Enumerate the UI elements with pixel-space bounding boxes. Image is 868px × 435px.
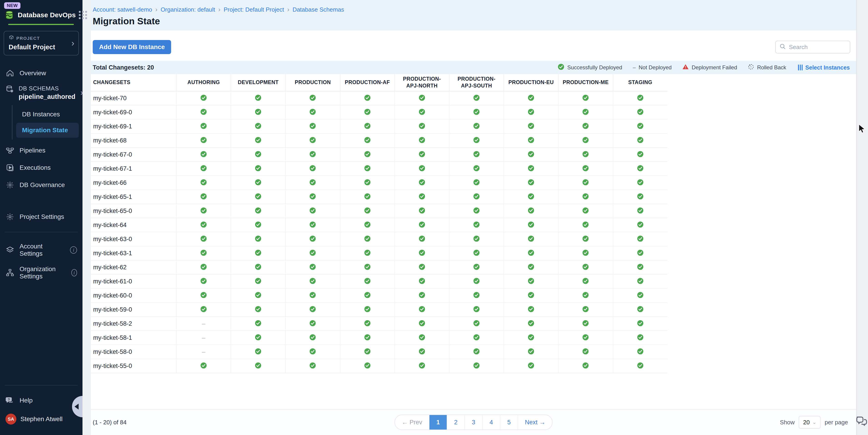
sidebar-item-account-settings[interactable]: Account Settingsi: [0, 239, 83, 261]
status-cell: [285, 120, 340, 133]
changeset-name: my-ticket-60-0: [91, 289, 176, 302]
deployed-check-icon: [582, 334, 589, 342]
breadcrumb-separator: ›: [155, 6, 157, 13]
app-title: Database DevOps: [18, 11, 76, 19]
help-chat-icon: ?: [5, 396, 14, 405]
status-cell: [558, 176, 613, 190]
status-cell: [558, 303, 613, 316]
deployed-check-icon: [582, 277, 589, 285]
status-cell: [176, 105, 230, 119]
legend-item-successfully-deployed: Successfully Deployed: [557, 63, 622, 72]
changeset-name: my-ticket-58-2: [91, 317, 176, 331]
search-input[interactable]: [789, 44, 846, 51]
status-cell: [613, 303, 668, 316]
legend-item-deployment-failed: Deployment Failed: [682, 63, 737, 71]
status-cell: [230, 148, 285, 161]
sidebar-item-executions[interactable]: Executions: [0, 159, 83, 176]
status-cell: [285, 105, 340, 119]
status-cell: [395, 134, 449, 147]
deployed-check-icon: [200, 221, 207, 229]
deployed-check-icon: [364, 235, 371, 243]
feedback-chat-icon[interactable]: [855, 415, 868, 427]
add-db-instance-button[interactable]: Add New DB Instance: [93, 40, 171, 54]
changeset-name: my-ticket-66: [91, 176, 176, 190]
deployed-check-icon: [364, 136, 371, 145]
status-cell: [230, 331, 285, 345]
deployed-check-icon: [527, 348, 535, 356]
deployed-check-icon: [582, 221, 589, 229]
breadcrumb-link-2[interactable]: Project: Default Project: [224, 6, 284, 13]
status-cell: [449, 204, 503, 218]
pagination-page-4[interactable]: 4: [482, 415, 500, 430]
deployed-check-icon: [473, 362, 480, 370]
sidebar-item-help[interactable]: ? Help: [0, 392, 83, 409]
status-legend: Successfully Deployed–Not DeployedDeploy…: [557, 63, 786, 72]
deployed-check-icon: [637, 334, 644, 342]
breadcrumb-link-3[interactable]: Database Schemas: [292, 6, 344, 13]
status-cell: [613, 134, 668, 147]
status-cell: [340, 120, 395, 133]
status-cell: [503, 345, 558, 359]
deployed-check-icon: [200, 193, 207, 201]
status-cell: [449, 105, 503, 119]
deployed-check-icon: [527, 249, 535, 257]
status-cell: [230, 232, 285, 246]
layers-icon: [5, 245, 14, 254]
sidebar-item-pipelines[interactable]: Pipelines: [0, 142, 83, 159]
search-box[interactable]: [775, 41, 850, 54]
deployed-check-icon: [200, 291, 207, 300]
deployed-check-icon: [637, 122, 644, 130]
status-cell: [395, 190, 449, 204]
sidebar-item-migration-state[interactable]: Migration State: [16, 123, 79, 138]
pagination-page-3[interactable]: 3: [464, 415, 482, 430]
deployed-check-icon: [637, 291, 644, 300]
main-content: Account: satwell-demo›Organization: defa…: [91, 0, 857, 435]
pagination-page-2[interactable]: 2: [447, 415, 464, 430]
breadcrumb-link-0[interactable]: Account: satwell-demo: [93, 6, 152, 13]
pagination-page-5[interactable]: 5: [500, 415, 518, 430]
project-selector[interactable]: PROJECT Default Project ›: [4, 31, 79, 56]
sidebar-item-db-governance[interactable]: DB Governance: [0, 176, 83, 194]
sidebar-item-project-settings[interactable]: Project Settings: [0, 208, 83, 225]
apps-grid-icon[interactable]: [79, 11, 87, 19]
deployed-check-icon: [309, 263, 316, 271]
deployed-check-icon: [637, 193, 644, 201]
status-cell: [449, 345, 503, 359]
breadcrumb-link-1[interactable]: Organization: default: [161, 6, 215, 13]
pagination-prev-button[interactable]: ← Prev: [395, 415, 429, 430]
status-cell: [449, 232, 503, 246]
status-cell: [230, 260, 285, 274]
cube-icon: [9, 35, 14, 41]
deployed-check-icon: [200, 277, 207, 285]
changeset-name: my-ticket-61-0: [91, 275, 176, 288]
info-icon: i: [70, 246, 77, 254]
pagination-next-button[interactable]: Next →: [518, 415, 552, 430]
table-row: my-ticket-68: [91, 134, 668, 148]
column-header-staging: STAGING: [613, 74, 668, 91]
pagination-page-1[interactable]: 1: [429, 415, 447, 430]
column-header-production-eu: PRODUCTION-EU: [503, 74, 558, 91]
page-size-select[interactable]: 20⌄: [799, 416, 820, 429]
deployed-check-icon: [200, 207, 207, 215]
chevron-down-icon: ⌄: [812, 420, 816, 425]
sidebar-nav: Overview DB SCHEMAS pipeline_authored ›D…: [0, 65, 83, 284]
status-cell: [395, 359, 449, 373]
deployed-check-icon: [527, 207, 535, 215]
deployed-check-icon: [309, 136, 316, 145]
select-instances-button[interactable]: Select Instances: [798, 64, 850, 71]
status-cell: [340, 289, 395, 302]
status-cell: [558, 289, 613, 302]
deployed-check-icon: [200, 108, 207, 116]
sidebar-item-db-instances[interactable]: DB Instances: [16, 107, 79, 122]
deployed-check-icon: [309, 291, 316, 300]
status-cell: [449, 176, 503, 190]
user-menu[interactable]: SA Stephen Atwell: [0, 409, 83, 429]
sidebar-item-organization-settings[interactable]: Organization Settingsi: [0, 261, 83, 284]
sidebar-item-overview[interactable]: Overview: [0, 65, 83, 82]
play-icon: [5, 163, 14, 172]
sidebar-item-db-schemas[interactable]: DB SCHEMAS pipeline_authored ›: [0, 82, 83, 104]
status-cell: [285, 317, 340, 331]
status-cell: [395, 331, 449, 345]
deployed-check-icon: [254, 306, 262, 314]
table-row: my-ticket-58-2–: [91, 317, 668, 331]
